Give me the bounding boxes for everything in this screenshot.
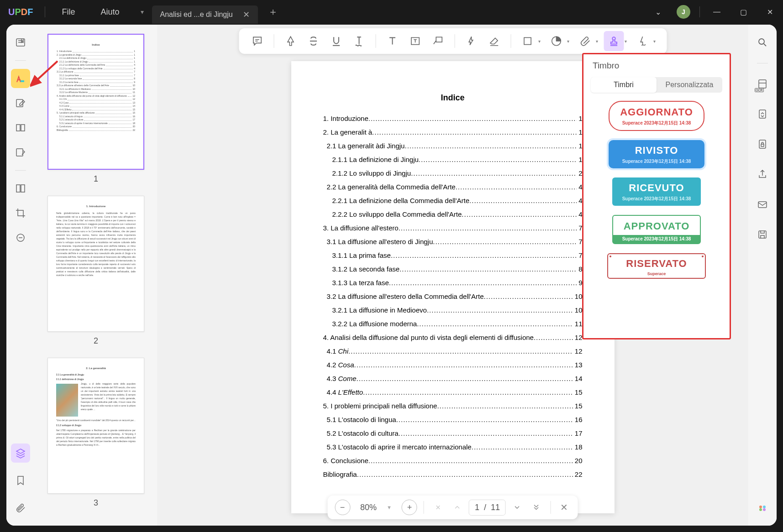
separator (45, 6, 45, 17)
svg-rect-18 (758, 202, 767, 208)
page-number-input[interactable]: 1 / 11 (469, 500, 506, 516)
email-icon[interactable] (753, 195, 772, 214)
titlebar: UPDF File Aiuto ▾ Analisi ed ...e di Jin… (0, 0, 783, 24)
squiggly-tool-icon[interactable] (349, 31, 369, 51)
toc-entry: 4. Analisi della diffusione dal punto di… (323, 331, 583, 344)
separator (551, 501, 551, 514)
stamp-tabs: Timbri Personalizzata (591, 77, 722, 93)
comment-tool-icon[interactable] (11, 69, 30, 88)
thumbnail-page-1[interactable]: Indice 1. Introduzione1 2. La generalità… (47, 34, 144, 170)
thumbnail-page-3[interactable]: 2. La generalità 2.1 La generalità di Ji… (47, 358, 144, 494)
signature-tool-icon[interactable] (632, 31, 652, 51)
text-tool-icon[interactable] (382, 31, 402, 51)
menu-file[interactable]: File (49, 7, 88, 17)
toc-entry: 2.2 La generalità della Commedia dell'Ar… (323, 180, 583, 194)
svg-rect-14 (759, 80, 766, 88)
highlight-tool-icon[interactable] (280, 31, 300, 51)
toc-entry: 4.2 Cosa13 (323, 358, 583, 372)
ai-assistant-icon[interactable] (753, 498, 772, 517)
separator (454, 34, 455, 48)
attach-tool-icon[interactable] (575, 31, 595, 51)
stamp-approvato[interactable]: APPROVATO Superace 2023年12月15日 14:38 (612, 215, 701, 244)
chevron-down-icon[interactable]: ▾ (625, 39, 627, 44)
minimize-button[interactable]: — (704, 3, 730, 21)
annotation-toolbar: ▾ ▾ ▾ ▾ ▾ (239, 28, 667, 54)
bottom-toolbar: − 80% ▼ + 1 / 11 ✕ (327, 495, 578, 519)
compare-icon[interactable] (11, 179, 30, 198)
underline-tool-icon[interactable] (326, 31, 346, 51)
organize-pages-icon[interactable] (11, 118, 30, 137)
strikethrough-tool-icon[interactable] (303, 31, 323, 51)
protect-icon[interactable] (753, 135, 772, 154)
tab-title: Analisi ed ...e di Jingju (160, 10, 233, 19)
crop-icon[interactable] (11, 203, 30, 223)
stamp-aggiornato[interactable]: AGGIORNATO Superace 2023年12月15日 14:38 (609, 101, 704, 131)
thumbnail-panel: Indice 1. Introduzione1 2. La generalità… (35, 25, 157, 526)
chevron-down-icon[interactable]: ▾ (538, 39, 541, 44)
textbox-tool-icon[interactable] (405, 31, 425, 51)
add-tab-button[interactable]: ＋ (258, 5, 288, 19)
thumbnail-page-2[interactable]: 1. Introduzione Nella globalizzazione od… (47, 196, 144, 332)
bookmark-icon[interactable] (11, 471, 30, 490)
callout-tool-icon[interactable] (428, 31, 448, 51)
pdf-page[interactable]: Indice 1. Introduzione12. La generalit à… (291, 61, 615, 513)
chevron-down-icon[interactable]: ⌄ (645, 3, 671, 21)
zoom-out-button[interactable]: − (335, 500, 350, 515)
pencil-tool-icon[interactable] (461, 31, 481, 51)
toc-entry: 3.1.1 La prima fase7 (323, 249, 583, 262)
close-window-button[interactable]: ✕ (757, 3, 783, 21)
attachment-icon[interactable] (11, 498, 30, 517)
convert-icon[interactable] (753, 104, 772, 124)
document-tab[interactable]: Analisi ed ...e di Jingju ✕ (152, 5, 258, 24)
app-logo: UPDF (0, 7, 41, 17)
reader-mode-icon[interactable] (11, 33, 30, 52)
shape-tool-icon[interactable] (517, 31, 537, 51)
separator (757, 63, 768, 63)
prev-page-button[interactable] (450, 500, 465, 515)
eraser-tool-icon[interactable] (484, 31, 504, 51)
zoom-dropdown-icon[interactable]: ▼ (387, 505, 398, 510)
last-page-button[interactable] (529, 500, 544, 515)
stamp-riservato[interactable]: RISERVATO Superace (607, 253, 706, 279)
chevron-down-icon[interactable]: ▾ (653, 39, 656, 44)
menu-help[interactable]: Aiuto (88, 7, 132, 17)
save-icon[interactable] (753, 225, 772, 244)
separator (424, 501, 424, 514)
stamp-rivisto[interactable]: RIVISTO Superace 2023年12月15日 14:38 (609, 140, 704, 168)
next-page-button[interactable] (510, 500, 525, 515)
user-avatar[interactable]: J (677, 5, 690, 19)
edit-tool-icon[interactable] (11, 94, 30, 113)
form-tool-icon[interactable] (11, 143, 30, 162)
stamp-tab-custom[interactable]: Personalizzata (657, 77, 722, 93)
toc-entry: 1. Introduzione1 (323, 112, 583, 125)
separator (273, 34, 274, 48)
layers-icon[interactable] (11, 443, 30, 463)
toc-entry: 4.3 Come14 (323, 372, 583, 386)
redact-icon[interactable] (11, 228, 30, 247)
toc-entry: 3.1 La diffusione all'estero di Jingju7 (323, 235, 583, 249)
zoom-value[interactable]: 80% (354, 503, 383, 512)
share-icon[interactable] (753, 165, 772, 184)
chevron-down-icon[interactable]: ▾ (596, 39, 598, 44)
first-page-button[interactable] (431, 500, 446, 515)
svg-point-21 (763, 506, 766, 508)
zoom-in-button[interactable]: + (402, 500, 417, 515)
chevron-down-icon[interactable]: ▾ (567, 39, 569, 44)
close-tab-icon[interactable]: ✕ (243, 10, 250, 20)
thumbnail-label-3: 3 (47, 498, 145, 508)
tab-dropdown-icon[interactable]: ▾ (132, 8, 152, 16)
maximize-button[interactable]: ▢ (730, 3, 757, 21)
ocr-icon[interactable]: OCR (753, 74, 772, 94)
stamp-tool-icon[interactable] (604, 31, 624, 51)
svg-rect-5 (16, 185, 20, 192)
sticker-tool-icon[interactable] (546, 31, 566, 51)
document-area: ▾ ▾ ▾ ▾ ▾ Indice 1. Introduzione12. La g… (157, 25, 748, 526)
stamp-tab-standard[interactable]: Timbri (591, 77, 657, 93)
toc-entry: 5.3 L'ostacolo di aprire il mercato inte… (323, 440, 583, 454)
note-tool-icon[interactable] (247, 31, 267, 51)
search-icon[interactable] (753, 33, 772, 52)
toc-entry: 6. Conclusione20 (323, 454, 583, 468)
svg-rect-17 (761, 144, 764, 146)
close-toolbar-button[interactable]: ✕ (557, 502, 571, 513)
stamp-ricevuto[interactable]: RICEVUTO Superace 2023年12月15日 14:38 (612, 177, 701, 206)
